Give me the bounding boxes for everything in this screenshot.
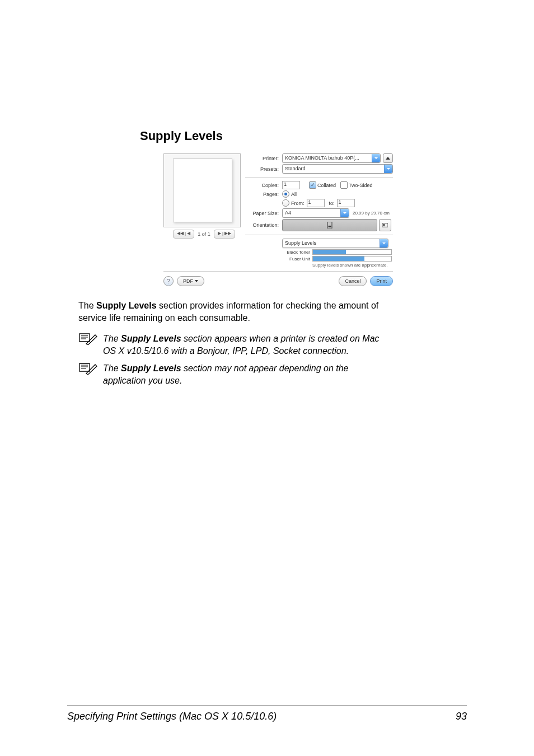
landscape-icon bbox=[382, 222, 388, 228]
twosided-checkbox[interactable] bbox=[340, 181, 348, 189]
note-icon bbox=[78, 362, 97, 386]
collapse-button[interactable] bbox=[383, 153, 393, 163]
pages-label: Pages: bbox=[245, 192, 279, 197]
next-last-button[interactable]: ▶ | ▶▶ bbox=[214, 230, 236, 239]
orientation-label: Orientation: bbox=[245, 222, 279, 228]
first-prev-button[interactable]: ◀◀ | ◀ bbox=[173, 230, 195, 239]
pdf-menu-button[interactable]: PDF bbox=[177, 276, 204, 286]
page-preview bbox=[163, 153, 241, 227]
printer-select[interactable]: KONICA MINOLTA bizhub 40P(... bbox=[282, 153, 381, 163]
svg-rect-3 bbox=[383, 224, 385, 226]
svg-rect-2 bbox=[382, 223, 388, 227]
printer-value: KONICA MINOLTA bizhub 40P(... bbox=[285, 155, 359, 161]
print-button[interactable]: Print bbox=[370, 276, 393, 286]
svg-rect-0 bbox=[327, 222, 332, 228]
fuser-label: Fuser Unit bbox=[282, 256, 310, 262]
note-2: The Supply Levels section may not appear… bbox=[78, 362, 392, 386]
footer-page-number: 93 bbox=[456, 711, 467, 722]
preview-page bbox=[173, 158, 232, 222]
note-1: The Supply Levels section appears when a… bbox=[78, 333, 392, 357]
cancel-button[interactable]: Cancel bbox=[339, 276, 367, 286]
twosided-label: Two-Sided bbox=[349, 183, 373, 188]
pages-to-input[interactable]: 1 bbox=[337, 199, 355, 207]
fuser-bar bbox=[312, 256, 392, 262]
papersize-dimensions: 20.99 by 29.70 cm bbox=[353, 211, 390, 216]
collated-checkbox[interactable]: ✓ bbox=[309, 181, 316, 189]
supply-note: Supply levels shown are approximate. bbox=[312, 263, 393, 268]
collated-label: Collated bbox=[317, 183, 336, 188]
pages-to-label: to: bbox=[329, 200, 335, 206]
orientation-portrait-button[interactable] bbox=[282, 219, 377, 231]
papersize-select[interactable]: A4 bbox=[282, 208, 349, 218]
page-footer: Specifying Print Settings (Mac OS X 10.5… bbox=[67, 706, 467, 722]
section-value: Supply Levels bbox=[285, 240, 316, 246]
pages-all-label: All bbox=[291, 192, 297, 197]
print-dialog: ◀◀ | ◀ 1 of 1 ▶ | ▶▶ Printer: KONICA MIN… bbox=[163, 153, 393, 286]
note-icon bbox=[78, 333, 97, 357]
chevron-down-icon bbox=[195, 280, 198, 282]
section-select[interactable]: Supply Levels bbox=[282, 239, 388, 248]
pages-from-input[interactable]: 1 bbox=[307, 199, 325, 207]
pdf-label: PDF bbox=[183, 277, 193, 286]
footer-section: Specifying Print Settings (Mac OS X 10.5… bbox=[67, 711, 277, 722]
presets-select[interactable]: Standard bbox=[282, 164, 393, 174]
intro-text: The Supply Levels section provides infor… bbox=[78, 300, 392, 324]
pages-range-radio[interactable] bbox=[282, 199, 289, 207]
presets-value: Standard bbox=[285, 166, 306, 171]
preview-page-status: 1 of 1 bbox=[198, 231, 210, 237]
black-toner-label: Black Toner bbox=[282, 250, 310, 255]
copies-label: Copies: bbox=[245, 183, 279, 188]
help-button[interactable]: ? bbox=[163, 276, 174, 286]
portrait-icon bbox=[327, 222, 332, 228]
papersize-label: Paper Size: bbox=[245, 211, 279, 216]
presets-label: Presets: bbox=[245, 166, 279, 172]
pages-from-label: From: bbox=[291, 200, 305, 206]
pages-all-radio[interactable] bbox=[282, 190, 289, 198]
printer-label: Printer: bbox=[245, 156, 279, 161]
papersize-value: A4 bbox=[285, 210, 291, 216]
copies-input[interactable]: 1 bbox=[282, 181, 300, 189]
triangle-up-icon bbox=[386, 157, 390, 160]
black-toner-bar bbox=[312, 249, 392, 255]
orientation-landscape-button[interactable] bbox=[379, 219, 391, 231]
page-title: Supply Levels bbox=[140, 129, 467, 143]
svg-rect-1 bbox=[329, 226, 331, 227]
